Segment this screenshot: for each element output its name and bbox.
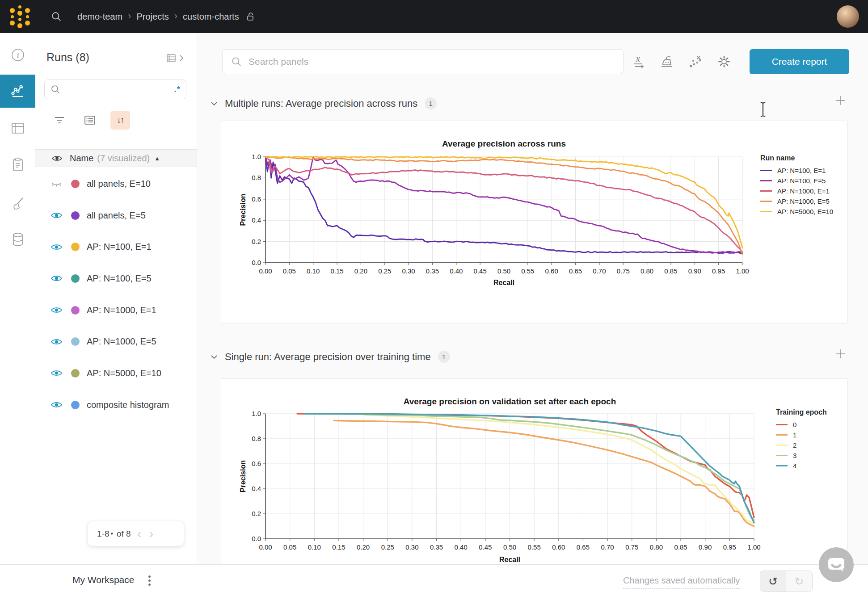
eye-open-icon[interactable] [49, 401, 64, 409]
legend-label: AP: N=100, E=5 [777, 177, 826, 185]
eye-open-icon[interactable] [49, 369, 64, 377]
runs-search-input[interactable] [65, 85, 174, 94]
svg-text:Recall: Recall [493, 279, 514, 286]
run-name-label[interactable]: AP: N=100, E=5 [87, 273, 152, 284]
section-title[interactable]: Multiple runs: Average precision across … [225, 98, 417, 109]
regex-toggle[interactable]: .* [174, 84, 181, 94]
svg-text:0.45: 0.45 [474, 267, 487, 275]
run-name-label[interactable]: all panels, E=5 [87, 210, 146, 221]
notes-clipboard-icon[interactable] [0, 152, 35, 177]
expand-table-icon[interactable] [166, 53, 184, 63]
svg-text:0.0: 0.0 [252, 535, 261, 542]
svg-text:0.15: 0.15 [332, 543, 345, 551]
legend-swatch [760, 211, 772, 212]
chevron-down-icon[interactable] [211, 355, 218, 359]
legend-item: 1 [776, 431, 827, 439]
chevron-right-icon: › [174, 11, 177, 21]
run-name-label[interactable]: AP: N=100, E=1 [87, 242, 152, 252]
outlier-scatter-icon[interactable] [686, 53, 705, 71]
run-row[interactable]: AP: N=1000, E=5 [35, 326, 197, 357]
svg-text:0.05: 0.05 [283, 267, 296, 275]
artifacts-database-icon[interactable] [0, 227, 35, 252]
chevron-down-icon[interactable] [211, 101, 218, 106]
run-row[interactable]: AP: N=5000, E=10 [35, 357, 197, 389]
workspace-panels-icon[interactable] [0, 75, 35, 108]
run-name-label[interactable]: AP: N=1000, E=5 [87, 336, 156, 347]
next-page-button[interactable]: › [149, 528, 153, 540]
svg-text:0.8: 0.8 [252, 174, 261, 181]
run-row[interactable]: composite histogram [35, 389, 197, 421]
search-icon [231, 56, 242, 67]
legend-swatch [760, 180, 772, 181]
user-avatar[interactable] [837, 5, 859, 28]
run-name-label[interactable]: composite histogram [87, 400, 169, 410]
run-name-label[interactable]: AP: N=1000, E=1 [87, 305, 156, 315]
legend-label: AP: N=5000, E=10 [777, 208, 833, 215]
breadcrumb-project-name[interactable]: custom-charts [183, 12, 239, 22]
legend-swatch [776, 465, 788, 466]
search-icon[interactable] [51, 11, 62, 22]
chart-panel-average-precision-per-epoch[interactable]: Average precision on validation set afte… [221, 378, 848, 564]
autosave-status[interactable]: Changes saved automatically [623, 575, 740, 589]
wandb-logo[interactable] [10, 5, 30, 28]
eye-open-icon[interactable] [49, 306, 64, 314]
eye-open-icon[interactable] [49, 243, 64, 251]
page-range-select[interactable]: 1-8 [97, 529, 109, 539]
svg-text:0.10: 0.10 [307, 267, 320, 275]
run-name-label[interactable]: all panels, E=10 [87, 179, 151, 189]
sweeps-broom-icon[interactable] [0, 191, 35, 216]
svg-text:0.75: 0.75 [625, 543, 638, 551]
run-row[interactable]: AP: N=100, E=5 [35, 263, 197, 294]
sort-asc-caret[interactable]: ▲ [154, 155, 160, 162]
settings-gear-icon[interactable] [714, 53, 734, 71]
eye-open-icon[interactable] [49, 211, 64, 219]
sort-icon[interactable]: ↓↑ [110, 111, 130, 130]
eye-open-icon[interactable] [49, 338, 64, 346]
workspace-title[interactable]: My Workspace [72, 575, 134, 585]
redo-button[interactable]: ↻ [786, 571, 812, 592]
svg-text:0.95: 0.95 [723, 543, 736, 551]
x-axis-icon[interactable]: x [629, 53, 649, 71]
panel-search-input[interactable] [249, 56, 615, 67]
runs-name-header[interactable]: Name (7 visualized) ▲ [35, 149, 197, 167]
add-panel-icon[interactable] [834, 94, 847, 107]
workspace-menu-kebab-icon[interactable] [147, 574, 152, 588]
filter-icon[interactable] [50, 111, 69, 130]
runs-table-icon[interactable] [0, 116, 35, 141]
svg-text:0.25: 0.25 [378, 267, 391, 275]
run-row[interactable]: AP: N=1000, E=1 [35, 294, 197, 326]
create-report-button[interactable]: Create report [750, 49, 849, 74]
line-chart-canvas[interactable]: 0.000.050.100.150.200.250.300.350.400.45… [239, 408, 762, 564]
undo-button[interactable]: ↺ [760, 571, 786, 592]
breadcrumb-projects[interactable]: Projects [136, 12, 169, 22]
chat-bubble-icon [827, 556, 846, 573]
run-row[interactable]: AP: N=100, E=1 [35, 231, 197, 263]
caret-down-icon[interactable]: ▾ [110, 531, 113, 537]
run-row[interactable]: all panels, E=10 [35, 168, 197, 200]
run-name-label[interactable]: AP: N=5000, E=10 [87, 368, 161, 378]
svg-text:0.95: 0.95 [712, 267, 725, 275]
group-list-icon[interactable] [80, 111, 100, 130]
eye-icon[interactable] [51, 155, 63, 162]
legend-label: 3 [793, 452, 796, 459]
chat-bubble-button[interactable] [819, 547, 854, 582]
svg-text:0.85: 0.85 [674, 543, 687, 551]
legend-label: 1 [793, 431, 796, 439]
svg-text:Recall: Recall [499, 556, 520, 563]
svg-text:0.20: 0.20 [357, 543, 370, 551]
chart-panel-average-precision-across-runs[interactable]: Average precision across runs 0.000.050.… [221, 121, 848, 323]
breadcrumb-team[interactable]: demo-team [77, 12, 122, 22]
svg-text:0.30: 0.30 [402, 267, 415, 275]
section-title[interactable]: Single run: Average precision over train… [225, 351, 431, 363]
add-panel-icon[interactable] [834, 347, 847, 361]
eye-open-icon[interactable] [49, 274, 64, 282]
run-row[interactable]: all panels, E=5 [35, 200, 197, 231]
svg-text:1.0: 1.0 [252, 153, 261, 160]
smoothing-iron-icon[interactable] [657, 53, 677, 71]
legend-label: AP: N=100, E=1 [777, 167, 826, 174]
prev-page-button[interactable]: ‹ [137, 528, 141, 540]
line-chart-canvas[interactable]: 0.000.050.100.150.200.250.300.350.400.45… [239, 148, 749, 295]
eye-closed-icon[interactable] [49, 180, 64, 188]
legend-label: 4 [793, 462, 796, 470]
info-icon[interactable]: i [0, 42, 35, 67]
